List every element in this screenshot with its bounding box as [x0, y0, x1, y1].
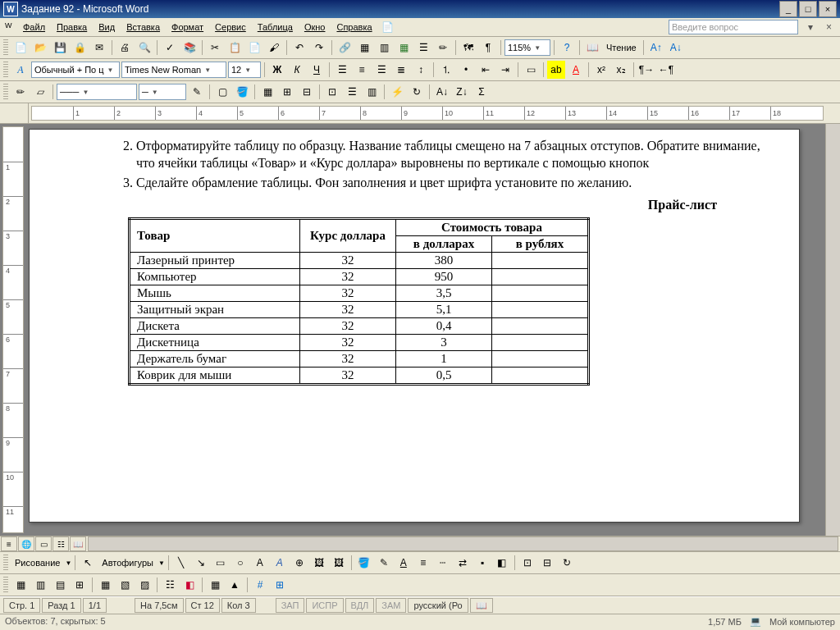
web-view-icon[interactable]: 🌐 [18, 536, 34, 551]
sb-ext[interactable]: ВДЛ [345, 598, 375, 613]
sb-spell-icon[interactable]: 📖 [470, 598, 493, 613]
zoom-combo[interactable]: 115%▼ [504, 39, 550, 56]
rotate-icon[interactable]: ↻ [558, 554, 576, 572]
undo-icon[interactable]: ↶ [290, 39, 308, 57]
table-row[interactable]: Мышь323,5 [130, 285, 589, 302]
table-row[interactable]: Дискетница323 [130, 335, 589, 351]
th-kurs[interactable]: Курс доллара [300, 219, 396, 253]
line-icon[interactable]: ╲ [172, 554, 190, 572]
text-direction-icon[interactable]: ↻ [408, 83, 426, 101]
size-combo[interactable]: 12▼ [228, 62, 261, 78]
close-button[interactable]: × [819, 1, 837, 17]
drawing-icon[interactable]: ✏ [434, 39, 452, 57]
eraser-icon[interactable]: ▱ [31, 83, 49, 101]
textbox-icon[interactable]: A [251, 554, 269, 572]
superscript-icon[interactable]: x² [592, 61, 610, 79]
extra6-icon[interactable]: ▧ [116, 576, 134, 594]
arrow-style-icon[interactable]: ⇄ [454, 554, 472, 572]
th-stoim[interactable]: Стоимость товара [396, 219, 589, 236]
split-cells-icon[interactable]: ⊟ [298, 83, 316, 101]
style-combo[interactable]: Обычный + По ц▼ [31, 62, 120, 78]
picture-icon[interactable]: 🖼 [330, 554, 348, 572]
extra4-icon[interactable]: ⊞ [71, 576, 89, 594]
table-row[interactable]: Защитный экран325,1 [130, 302, 589, 318]
borders-icon[interactable]: ▭ [522, 61, 540, 79]
italic-icon[interactable]: К [288, 61, 306, 79]
open-icon[interactable]: 📂 [31, 39, 49, 57]
numbering-icon[interactable]: ⒈ [437, 61, 455, 79]
menu-insert[interactable]: Вставка [121, 21, 165, 34]
extra2-icon[interactable]: ▥ [31, 576, 49, 594]
align-center-icon[interactable]: ≡ [353, 61, 371, 79]
highlight-icon[interactable]: ab [547, 61, 565, 79]
shading-icon[interactable]: 🪣 [233, 83, 251, 101]
clipart-icon[interactable]: 🖼 [310, 554, 328, 572]
page[interactable]: Отформатируйте таблицу по образцу. Назва… [29, 129, 800, 523]
print-view-icon[interactable]: ▭ [35, 536, 52, 551]
normal-view-icon[interactable]: ≡ [1, 536, 17, 551]
extra9-icon[interactable]: ◧ [180, 576, 199, 594]
menu-table[interactable]: Таблица [253, 21, 298, 34]
save-icon[interactable]: 💾 [51, 39, 69, 57]
ungroup-icon[interactable]: ⊟ [538, 554, 556, 572]
sb-lang[interactable]: русский (Ро [408, 598, 468, 613]
menu-help[interactable]: Справка [331, 21, 377, 34]
mail-icon[interactable]: ✉ [90, 39, 108, 57]
menu-file[interactable]: Файл [18, 21, 50, 34]
toolbar-grip[interactable] [3, 577, 8, 593]
help-dropdown-icon[interactable]: ▾ [805, 21, 816, 33]
dash-style-icon[interactable]: ┄ [434, 554, 452, 572]
merge-cells-icon[interactable]: ⊞ [278, 83, 296, 101]
line-style-icon[interactable]: ≡ [414, 554, 432, 572]
permission-icon[interactable]: 🔒 [71, 39, 89, 57]
autoshapes-label[interactable]: Автофигуры [98, 558, 157, 568]
arrow-icon[interactable]: ↘ [192, 554, 210, 572]
font-combo[interactable]: Times New Roman▼ [121, 62, 226, 78]
document-area[interactable]: Отформатируйте таблицу по образцу. Назва… [24, 124, 825, 536]
menu-window[interactable]: Окно [299, 21, 331, 34]
reading-icon[interactable]: 📖 [583, 39, 601, 57]
preview-icon[interactable]: 🔍 [135, 39, 153, 57]
th-tovar[interactable]: Товар [130, 219, 300, 253]
line-weight-combo[interactable]: ─▼ [139, 84, 186, 100]
rtl-icon[interactable]: ←¶ [657, 61, 675, 79]
price-title[interactable]: Прайс-лист [112, 198, 717, 212]
new-doc-icon[interactable]: 📄 [11, 39, 30, 57]
sort-asc-icon[interactable]: A↓ [433, 83, 451, 101]
outside-border-icon[interactable]: ▢ [213, 83, 231, 101]
distribute-rows-icon[interactable]: ☰ [343, 83, 361, 101]
autosum-icon[interactable]: Σ [472, 83, 491, 101]
table-row[interactable]: Коврик для мыши320,5 [130, 368, 589, 385]
extra10-icon[interactable]: ▦ [206, 576, 224, 594]
help-icon[interactable]: ? [558, 39, 576, 57]
outline-view-icon[interactable]: ☷ [52, 536, 69, 551]
vertical-ruler[interactable]: 123456789101112 [2, 126, 24, 533]
extra8-icon[interactable]: ☷ [161, 576, 179, 594]
horizontal-ruler[interactable]: 123456789101112131415161718 [31, 106, 824, 121]
font-color-icon[interactable]: A [567, 61, 585, 79]
draw-table-icon[interactable]: ✏ [11, 83, 30, 101]
sb-trk[interactable]: ИСПР [306, 598, 343, 613]
shadow-icon[interactable]: ▪ [473, 554, 491, 572]
excel-icon[interactable]: ▦ [395, 39, 413, 57]
cut-icon[interactable]: ✂ [206, 39, 224, 57]
redo-icon[interactable]: ↷ [310, 39, 328, 57]
table-row[interactable]: Дискета320,4 [130, 318, 589, 335]
select-icon[interactable]: ↖ [79, 554, 97, 572]
extra5-icon[interactable]: ▦ [96, 576, 114, 594]
table-row[interactable]: Держатель бумаг321 [130, 351, 589, 368]
extra11-icon[interactable]: ▲ [226, 576, 244, 594]
close-doc-button[interactable]: × [823, 21, 835, 33]
insert-table2-icon[interactable]: ▦ [258, 83, 276, 101]
font-grow-icon[interactable]: A↑ [647, 39, 665, 57]
research-icon[interactable]: 📚 [180, 39, 199, 57]
3d-icon[interactable]: ◧ [493, 554, 511, 572]
maximize-button[interactable]: □ [799, 1, 817, 17]
horizontal-scrollbar[interactable] [88, 536, 838, 551]
sb-ovr[interactable]: ЗАМ [376, 598, 406, 613]
hyperlink-icon[interactable]: 🔗 [336, 39, 354, 57]
extra3-icon[interactable]: ▤ [51, 576, 69, 594]
extra1-icon[interactable]: ▦ [11, 576, 30, 594]
insert-table-icon[interactable]: ▥ [375, 39, 393, 57]
font-shrink-icon[interactable]: A↓ [667, 39, 685, 57]
